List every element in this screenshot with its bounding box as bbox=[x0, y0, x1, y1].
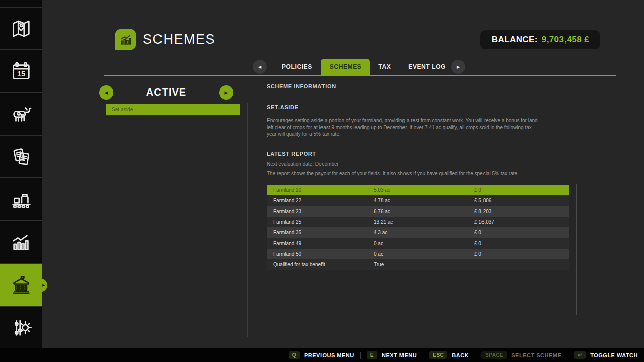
cell-payout: £ 0 bbox=[474, 251, 569, 257]
tab-schemes[interactable]: SCHEMES bbox=[321, 59, 370, 75]
cell-name: Farmland 20 bbox=[267, 187, 374, 193]
hotkey-hint-select-scheme: SPACESELECT SCHEME bbox=[481, 351, 561, 359]
sidebar-item-production[interactable] bbox=[0, 178, 42, 220]
key-badge: ESC bbox=[429, 351, 447, 359]
cell-name: Qualified for tax benefit bbox=[267, 262, 374, 267]
cell-payout: £ 0 bbox=[474, 230, 569, 235]
hint-divider bbox=[568, 352, 568, 359]
cell-area: 0 ac bbox=[374, 251, 474, 257]
animals-icon bbox=[10, 103, 33, 126]
key-badge: E bbox=[367, 351, 377, 359]
settings-icon bbox=[10, 316, 33, 339]
hotkey-label: SELECT SCHEME bbox=[511, 352, 561, 358]
hint-divider bbox=[360, 352, 361, 359]
tab-event-log[interactable]: EVENT LOG bbox=[399, 59, 454, 75]
hotkey-bar: QPREVIOUS MENUENEXT MENUESCBACKSPACESELE… bbox=[0, 348, 644, 362]
tab-bar: POLICIESSCHEMESTAXEVENT LOG bbox=[273, 59, 454, 75]
left-arrow-icon: ◀ bbox=[258, 65, 261, 69]
right-arrow-icon: ▶ bbox=[42, 283, 45, 287]
table-row[interactable]: Farmland 205.03 ac£ 0 bbox=[267, 185, 569, 195]
cell-name: Farmland 49 bbox=[267, 241, 374, 246]
table-row[interactable]: Farmland 224.78 ac£ 5,806 bbox=[267, 195, 569, 206]
report-table: Farmland 205.03 ac£ 0Farmland 224.78 ac£… bbox=[267, 185, 569, 270]
tab-underline bbox=[104, 75, 616, 76]
hotkey-label: NEXT MENU bbox=[382, 352, 417, 358]
right-arrow-icon: ▶ bbox=[457, 65, 460, 69]
right-arrow-icon: ▶ bbox=[225, 90, 228, 95]
enter-icon: ↵ bbox=[574, 351, 586, 359]
section-title: SCHEME INFORMATION bbox=[267, 83, 336, 89]
sidebar-item-contracts[interactable] bbox=[0, 136, 42, 177]
tab-policies[interactable]: POLICIES bbox=[273, 59, 321, 75]
sidebar: 15▶ bbox=[0, 0, 42, 348]
active-panel-title: ACTIVE bbox=[113, 86, 219, 98]
hotkey-hint-toggle-watch: ↵TOGGLE WATCH bbox=[574, 351, 638, 359]
evaluation-date: Next evaluation date: December bbox=[267, 161, 542, 168]
table-row[interactable]: Farmland 500 ac£ 0 bbox=[267, 249, 569, 259]
report-note: The report shows the payout for each of … bbox=[267, 170, 542, 177]
schemes-screen: 15▶ SCHEMES BALANCE: 9,703,458 £ ◀ POLIC… bbox=[0, 0, 644, 362]
scheme-description: Encourages setting aside a portion of yo… bbox=[267, 117, 542, 138]
left-arrow-icon: ◀ bbox=[105, 90, 108, 95]
hotkey-hint-previous-menu: QPREVIOUS MENU bbox=[289, 351, 354, 359]
sidebar-item-calendar[interactable]: 15 bbox=[0, 50, 42, 92]
active-list-next-button[interactable]: ▶ bbox=[219, 85, 233, 100]
sidebar-item-map[interactable] bbox=[0, 8, 42, 49]
cell-area: 5.03 ac bbox=[374, 187, 474, 193]
hotkey-label: BACK bbox=[452, 352, 469, 358]
svg-text:15: 15 bbox=[17, 69, 25, 77]
table-row[interactable]: Farmland 236.76 ac£ 8,203 bbox=[267, 206, 569, 217]
scheme-list-item[interactable]: Set-aside bbox=[106, 104, 240, 115]
finances-icon bbox=[10, 274, 33, 297]
map-icon bbox=[10, 17, 33, 40]
active-item-notch: ▶ bbox=[34, 278, 47, 292]
hint-divider bbox=[475, 352, 475, 359]
cell-area: 4.78 ac bbox=[374, 198, 474, 203]
production-icon bbox=[10, 188, 33, 211]
sidebar-item-animals[interactable] bbox=[0, 93, 42, 135]
tab-tax[interactable]: TAX bbox=[370, 59, 399, 75]
page-title: SCHEMES bbox=[143, 32, 215, 47]
balance-label: BALANCE: bbox=[492, 35, 538, 45]
chart-bubble-icon bbox=[118, 32, 133, 47]
cell-payout: £ 0 bbox=[474, 187, 569, 193]
report-title: LATEST REPORT bbox=[267, 151, 316, 157]
cell-name: Farmland 25 bbox=[267, 219, 374, 225]
hotkey-hint-back: ESCBACK bbox=[429, 351, 469, 359]
hotkey-hint-next-menu: ENEXT MENU bbox=[367, 351, 417, 359]
sidebar-item-finances[interactable]: ▶ bbox=[0, 264, 42, 306]
calendar-icon: 15 bbox=[10, 60, 33, 83]
table-row[interactable]: Farmland 2513.21 ac£ 16,037 bbox=[267, 217, 569, 227]
schemes-app-icon bbox=[115, 29, 136, 50]
content-scrollbar[interactable] bbox=[576, 184, 577, 315]
cell-name: Farmland 22 bbox=[267, 198, 374, 203]
table-row[interactable]: Qualified for tax benefitTrue bbox=[267, 259, 569, 270]
hint-divider bbox=[423, 352, 423, 359]
table-row[interactable]: Farmland 354.3 ac£ 0 bbox=[267, 227, 569, 238]
cell-area: 6.76 ac bbox=[374, 209, 474, 214]
cell-name: Farmland 35 bbox=[267, 230, 374, 235]
tabs-prev-button[interactable]: ◀ bbox=[253, 60, 267, 74]
cell-payout: £ 8,203 bbox=[474, 209, 569, 214]
table-row[interactable]: Farmland 490 ac£ 0 bbox=[267, 238, 569, 248]
active-list-prev-button[interactable]: ◀ bbox=[99, 85, 113, 100]
cell-area: 0 ac bbox=[374, 241, 474, 246]
scheme-name-title: SET-ASIDE bbox=[267, 104, 298, 110]
active-scheme-list: Set-aside bbox=[106, 104, 240, 116]
cell-area: True bbox=[374, 262, 474, 267]
balance-badge: BALANCE: 9,703,458 £ bbox=[480, 30, 600, 49]
statistics-icon bbox=[10, 231, 33, 254]
key-badge: SPACE bbox=[481, 351, 507, 359]
balance-value: 9,703,458 £ bbox=[542, 35, 589, 45]
cell-name: Farmland 50 bbox=[267, 251, 374, 257]
cell-payout: £ 5,806 bbox=[474, 198, 569, 203]
hotkey-label: PREVIOUS MENU bbox=[304, 352, 354, 358]
tabs-next-button[interactable]: ▶ bbox=[451, 60, 465, 74]
sidebar-item-settings[interactable] bbox=[0, 307, 42, 348]
cell-area: 4.3 ac bbox=[374, 230, 474, 235]
sidebar-partial-cell bbox=[0, 0, 42, 7]
sidebar-item-statistics[interactable] bbox=[0, 221, 42, 263]
contracts-icon bbox=[10, 145, 33, 168]
cell-payout: £ 0 bbox=[474, 241, 569, 246]
cell-area: 13.21 ac bbox=[374, 219, 474, 225]
